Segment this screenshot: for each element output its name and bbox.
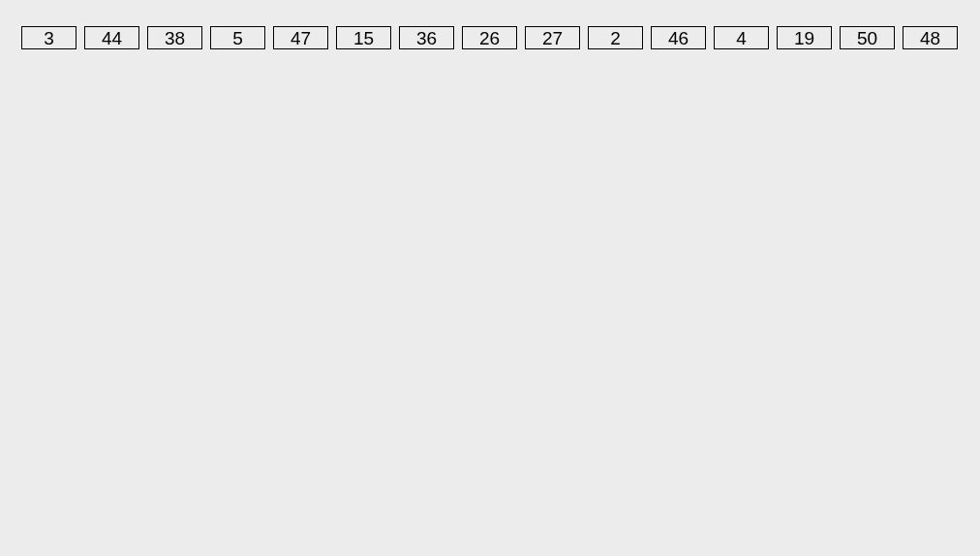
number-cell[interactable]: 46	[651, 26, 706, 49]
number-cell[interactable]: 26	[462, 26, 517, 49]
number-cell[interactable]: 5	[210, 26, 265, 49]
number-label: 44	[102, 29, 122, 47]
number-cell[interactable]: 27	[525, 26, 580, 49]
number-label: 4	[736, 29, 747, 47]
number-label: 3	[44, 29, 54, 47]
number-label: 38	[165, 29, 185, 47]
number-label: 26	[479, 29, 500, 47]
number-cell[interactable]: 4	[714, 26, 769, 49]
number-label: 5	[232, 29, 243, 47]
number-label: 36	[416, 29, 437, 47]
number-label: 27	[542, 29, 563, 47]
number-cell[interactable]: 36	[399, 26, 454, 49]
number-label: 46	[668, 29, 689, 47]
number-row: 3 44 38 5 47 15 36 26 27 2 46 4 19 50 48	[0, 0, 980, 49]
number-cell[interactable]: 50	[840, 26, 895, 49]
number-label: 50	[857, 29, 877, 47]
number-cell[interactable]: 2	[588, 26, 643, 49]
number-cell[interactable]: 47	[273, 26, 328, 49]
number-label: 19	[794, 29, 814, 47]
number-cell[interactable]: 15	[336, 26, 391, 49]
number-label: 47	[291, 29, 311, 47]
number-cell[interactable]: 19	[777, 26, 832, 49]
number-cell[interactable]: 3	[21, 26, 77, 49]
number-label: 15	[353, 29, 374, 47]
number-label: 48	[920, 29, 940, 47]
number-cell[interactable]: 38	[147, 26, 202, 49]
number-cell[interactable]: 44	[84, 26, 139, 49]
number-label: 2	[610, 29, 621, 47]
number-cell[interactable]: 48	[903, 26, 958, 49]
